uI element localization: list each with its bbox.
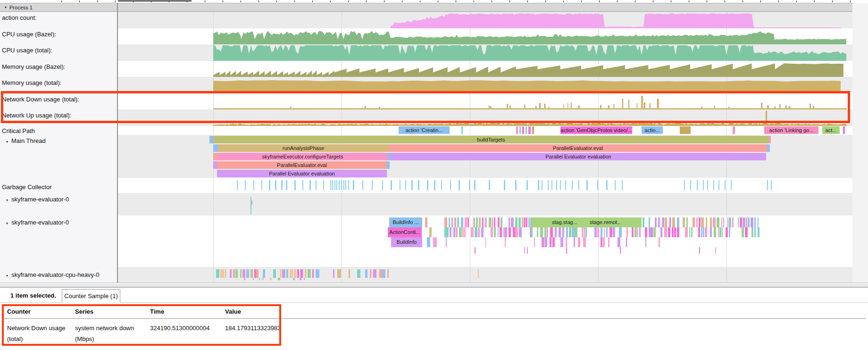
trace-sliver[interactable] <box>259 278 260 280</box>
gc-event-tick[interactable] <box>703 180 704 190</box>
gc-event-tick[interactable] <box>330 180 331 190</box>
track-label-garbage-collector[interactable]: Garbage Collector <box>0 178 117 193</box>
trace-sliver[interactable] <box>530 227 531 237</box>
critical-path-span[interactable]: action 'Linking go... <box>764 126 818 134</box>
trace-sliver[interactable] <box>686 217 687 227</box>
critical-path-span[interactable] <box>733 126 735 134</box>
gc-event-tick[interactable] <box>578 180 579 190</box>
trace-sliver[interactable] <box>677 227 679 237</box>
gc-event-tick[interactable] <box>606 180 608 190</box>
trace-sliver[interactable] <box>653 227 656 237</box>
collapse-triangle-icon[interactable]: ▾ <box>6 198 8 202</box>
trace-sliver[interactable] <box>632 227 634 237</box>
main-thread-span[interactable]: Parallel Evaluator evaluation <box>217 170 387 177</box>
trace-sliver[interactable] <box>515 227 518 237</box>
critical-path-span[interactable] <box>532 126 534 134</box>
gc-event-tick[interactable] <box>556 180 557 190</box>
trace-sliver[interactable] <box>365 269 367 278</box>
trace-sliver[interactable] <box>566 227 568 237</box>
evaluator-span[interactable]: BuildInfo <box>391 237 422 247</box>
trace-sliver[interactable] <box>566 237 567 247</box>
collapse-triangle-icon[interactable]: ▾ <box>6 140 8 144</box>
trace-sliver[interactable] <box>225 269 226 278</box>
trace-sliver[interactable] <box>727 217 729 227</box>
sidebar-divider[interactable] <box>117 3 118 283</box>
gc-event-tick[interactable] <box>372 180 373 190</box>
trace-sliver[interactable] <box>304 278 305 280</box>
track-canvas-action-count[interactable] <box>118 12 868 28</box>
collapse-triangle-icon[interactable]: ▾ <box>6 274 8 278</box>
critical-path-span[interactable]: act... <box>822 126 840 134</box>
trace-sliver[interactable] <box>464 227 466 237</box>
col-header-value[interactable]: Value <box>225 308 241 315</box>
trace-sliver[interactable] <box>373 269 376 278</box>
trace-sliver[interactable] <box>242 269 246 278</box>
evaluator-span[interactable]: ActionConti... <box>388 227 422 237</box>
trace-sliver[interactable] <box>699 247 701 254</box>
col-header-time[interactable]: Time <box>150 308 164 315</box>
trace-sliver[interactable] <box>634 227 637 237</box>
track-canvas-critical-path[interactable]: action 'Creatin...action 'GenObjcProtos … <box>118 126 868 135</box>
gc-event-tick[interactable] <box>261 180 262 190</box>
trace-sliver[interactable] <box>454 217 456 227</box>
main-thread-span[interactable]: runAnalysisPhase <box>218 144 389 152</box>
critical-path-span[interactable] <box>528 126 531 134</box>
trace-sliver[interactable] <box>475 247 476 254</box>
main-thread-span[interactable]: buildTargets <box>213 136 769 143</box>
trace-sliver[interactable] <box>544 227 546 237</box>
trace-sliver[interactable] <box>677 217 679 227</box>
gc-event-tick[interactable] <box>269 180 270 190</box>
gc-event-tick[interactable] <box>713 180 714 190</box>
trace-sliver[interactable] <box>718 227 719 237</box>
trace-sliver[interactable] <box>674 227 676 237</box>
trace-sliver[interactable] <box>498 227 499 237</box>
gc-event-tick[interactable] <box>434 180 435 190</box>
trace-sliver[interactable] <box>613 227 615 237</box>
trace-sliver[interactable] <box>382 269 385 278</box>
trace-sliver[interactable] <box>669 217 671 227</box>
trace-sliver[interactable] <box>639 227 640 237</box>
main-thread-span[interactable] <box>767 144 770 152</box>
gc-event-tick[interactable] <box>450 180 451 190</box>
gc-event-tick[interactable] <box>391 180 392 190</box>
panel-splitter[interactable] <box>0 283 868 288</box>
track-label-critical-path[interactable]: Critical Path <box>0 126 117 135</box>
main-thread-span[interactable] <box>209 136 213 143</box>
trace-sliver[interactable] <box>585 227 587 237</box>
track-label-cpu-total[interactable]: CPU usage (total): <box>0 44 117 61</box>
trace-sliver[interactable] <box>519 227 521 237</box>
trace-sliver[interactable] <box>751 227 753 237</box>
trace-sliver[interactable] <box>233 269 235 278</box>
track-canvas-cpu-heavy[interactable] <box>118 267 868 283</box>
trace-sliver[interactable] <box>473 217 475 227</box>
trace-sliver[interactable] <box>290 269 293 278</box>
trace-sliver[interactable] <box>748 217 750 227</box>
gc-event-tick[interactable] <box>253 180 254 190</box>
trace-sliver[interactable] <box>745 227 748 237</box>
trace-sliver[interactable] <box>658 217 660 227</box>
gc-event-tick[interactable] <box>343 180 344 190</box>
trace-sliver[interactable] <box>723 217 724 227</box>
gc-event-tick[interactable] <box>586 180 588 190</box>
gc-event-tick[interactable] <box>353 180 354 190</box>
trace-sliver[interactable] <box>273 269 276 278</box>
trace-sliver[interactable] <box>758 227 760 237</box>
trace-sliver[interactable] <box>645 237 646 247</box>
cell-counter[interactable]: Network Down usage (total) <box>7 323 71 344</box>
trace-sliver[interactable] <box>746 217 747 227</box>
gc-event-tick[interactable] <box>405 180 407 190</box>
trace-sliver[interactable] <box>721 217 722 227</box>
trace-sliver[interactable] <box>578 237 580 247</box>
trace-sliver[interactable] <box>651 227 652 237</box>
trace-sliver[interactable] <box>425 217 427 227</box>
track-canvas-memory-bazel[interactable] <box>118 61 868 77</box>
main-thread-span[interactable] <box>213 153 217 160</box>
trace-sliver[interactable] <box>619 227 621 237</box>
trace-sliver[interactable] <box>498 217 500 227</box>
trace-sliver[interactable] <box>550 237 551 247</box>
trace-sliver[interactable] <box>693 217 695 227</box>
trace-sliver[interactable] <box>547 227 548 237</box>
trace-sliver[interactable] <box>446 227 449 237</box>
trace-sliver[interactable] <box>544 237 547 247</box>
gc-event-tick[interactable] <box>348 180 349 190</box>
